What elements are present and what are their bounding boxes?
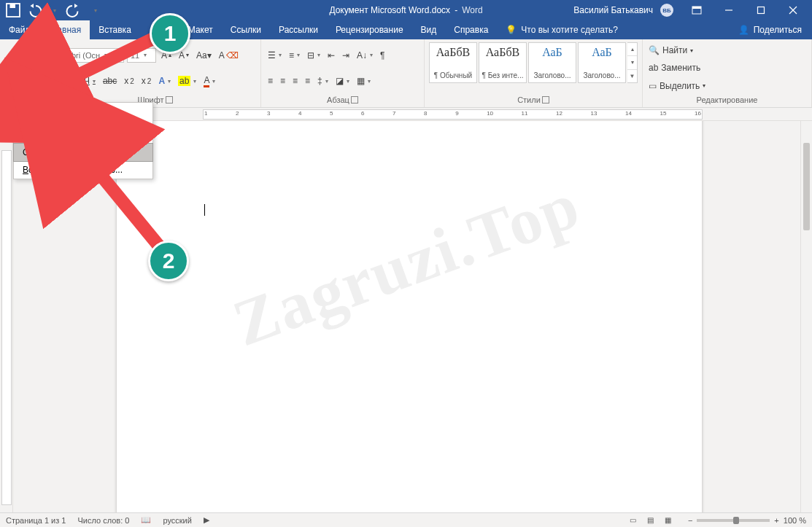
tab-mailings[interactable]: Рассылки xyxy=(270,20,327,39)
tab-references[interactable]: Ссылки xyxy=(222,20,270,39)
app-name: Word xyxy=(462,5,482,15)
style-normal[interactable]: АаБбВ¶ Обычный xyxy=(429,42,477,83)
svg-point-11 xyxy=(38,53,41,56)
search-icon: 🔍 xyxy=(649,45,660,55)
group-styles: АаБбВ¶ Обычный АаБбВ¶ Без инте... АаБЗаг… xyxy=(425,39,643,107)
select-button[interactable]: ▭Выделить▾ xyxy=(647,80,807,92)
zoom-in-button[interactable]: + xyxy=(774,516,778,525)
paste-label: Вставить xyxy=(3,69,37,77)
style-heading2[interactable]: АаБЗаголово... xyxy=(578,42,626,83)
align-center-icon[interactable]: ≡ xyxy=(278,74,287,87)
styles-gallery[interactable]: АаБбВ¶ Обычный АаБбВ¶ Без инте... АаБЗаг… xyxy=(429,42,638,83)
align-left-icon[interactable]: ≡ xyxy=(266,74,275,87)
sort-icon[interactable]: A↓ xyxy=(355,49,375,62)
minimize-button[interactable] xyxy=(713,0,745,20)
select-icon: ▭ xyxy=(649,81,657,91)
zoom-out-button[interactable]: − xyxy=(688,516,692,525)
clear-formatting-icon[interactable]: A⌫ xyxy=(217,49,241,62)
svg-rect-10 xyxy=(16,54,25,64)
view-web-icon[interactable]: ▦ xyxy=(660,515,676,526)
maximize-button[interactable] xyxy=(745,0,777,20)
font-color-icon[interactable]: A xyxy=(201,74,217,89)
annotation-arrow-1 xyxy=(44,28,168,104)
tell-me-search[interactable]: 💡 Что вы хотите сделать? xyxy=(497,20,627,39)
group-editing: 🔍Найти▾ abЗаменить ▭Выделить▾ Редактиров… xyxy=(643,39,812,107)
svg-text:A: A xyxy=(74,128,78,135)
shading-icon[interactable]: ◪ xyxy=(333,74,352,87)
svg-rect-15 xyxy=(39,80,44,83)
style-heading1[interactable]: АаБЗаголово... xyxy=(528,42,576,83)
scrollbar-thumb[interactable] xyxy=(803,143,810,230)
zoom-level[interactable]: 100 % xyxy=(784,516,806,525)
replace-icon: ab xyxy=(649,63,658,73)
title-bar: Документ Microsoft Word.docx - Word Васи… xyxy=(0,0,812,20)
annotation-badge-2: 2 xyxy=(148,241,189,281)
status-spellcheck-icon[interactable]: 📖 xyxy=(141,515,151,525)
svg-rect-16 xyxy=(40,83,42,87)
redo-icon[interactable] xyxy=(66,1,83,19)
tell-me-label: Что вы хотите сделать? xyxy=(521,25,618,35)
status-language[interactable]: русский xyxy=(163,516,191,525)
group-editing-label: Редактирование xyxy=(697,95,758,104)
show-marks-icon[interactable]: ¶ xyxy=(378,49,387,62)
increase-indent-icon[interactable]: ⇥ xyxy=(340,49,352,62)
paste-text-only-icon[interactable]: A xyxy=(66,120,85,139)
tab-help[interactable]: Справка xyxy=(445,20,497,39)
user-avatar[interactable]: ВБ xyxy=(660,4,673,17)
share-button[interactable]: 👤 Поделиться xyxy=(728,20,812,39)
save-icon[interactable] xyxy=(4,1,22,19)
zoom-control: − + 100 % xyxy=(688,516,806,525)
status-macro-icon[interactable]: ▶ xyxy=(204,515,209,525)
styles-gallery-expand[interactable]: ▴▾▼ xyxy=(627,42,638,83)
svg-rect-9 xyxy=(16,47,23,51)
view-print-icon[interactable]: ▤ xyxy=(643,515,659,526)
svg-rect-1 xyxy=(10,4,16,8)
qat-customize-dropdown[interactable] xyxy=(86,1,104,19)
undo-icon[interactable] xyxy=(25,1,42,19)
svg-rect-18 xyxy=(27,124,31,126)
replace-button[interactable]: abЗаменить xyxy=(647,62,807,74)
justify-icon[interactable]: ≡ xyxy=(303,74,312,87)
tab-view[interactable]: Вид xyxy=(412,20,446,39)
status-word-count[interactable]: Число слов: 0 xyxy=(77,516,129,525)
view-read-icon[interactable]: ▭ xyxy=(625,515,641,526)
ribbon-display-options-icon[interactable] xyxy=(681,0,713,20)
annotation-badge-1: 1 xyxy=(150,13,190,54)
group-styles-label: Стили xyxy=(517,95,541,104)
highlight-icon[interactable]: ab xyxy=(176,74,198,87)
paste-button[interactable]: Вставить ▼ xyxy=(4,42,35,90)
vertical-scrollbar[interactable] xyxy=(800,121,812,512)
paste-options-title: Параметры вставки: xyxy=(14,103,152,117)
decrease-indent-icon[interactable]: ⇤ xyxy=(325,49,337,62)
paste-merge-icon[interactable] xyxy=(43,120,62,139)
group-clipboard: Вставить ▼ Бу xyxy=(0,39,50,107)
find-button[interactable]: 🔍Найти▾ xyxy=(647,44,807,56)
svg-rect-5 xyxy=(758,7,765,14)
paragraph-dialog-launcher[interactable] xyxy=(351,96,358,104)
group-paragraph: ☰ ≡ ⊟ ⇤ ⇥ A↓ ¶ ≡ ≡ ≡ ≡ ‡ ◪ ▦ Абзац xyxy=(261,39,425,107)
undo-dropdown[interactable] xyxy=(45,1,63,19)
align-right-icon[interactable]: ≡ xyxy=(290,74,300,87)
style-no-spacing[interactable]: АаБбВ¶ Без инте... xyxy=(479,42,527,83)
multilevel-list-icon[interactable]: ⊟ xyxy=(305,49,322,62)
styles-dialog-launcher[interactable] xyxy=(542,96,549,104)
change-case-icon[interactable]: Aa▾ xyxy=(194,49,214,62)
borders-icon[interactable]: ▦ xyxy=(355,74,373,87)
bullets-icon[interactable]: ☰ xyxy=(266,49,284,62)
svg-rect-17 xyxy=(25,125,34,136)
svg-rect-20 xyxy=(50,124,55,126)
close-button[interactable] xyxy=(777,0,809,20)
document-title: Документ Microsoft Word.docx - Word xyxy=(329,5,482,15)
vertical-ruler[interactable] xyxy=(0,121,13,512)
user-name[interactable]: Василий Батькавич xyxy=(573,5,653,15)
tab-review[interactable]: Рецензирование xyxy=(327,20,412,39)
doc-name: Документ Microsoft Word.docx xyxy=(329,5,450,15)
tab-file[interactable]: Файл xyxy=(0,20,39,39)
page[interactable] xyxy=(117,121,702,512)
zoom-slider[interactable] xyxy=(697,519,770,522)
line-spacing-icon[interactable]: ‡ xyxy=(315,74,330,87)
numbering-icon[interactable]: ≡ xyxy=(287,49,302,62)
status-bar: Страница 1 из 1 Число слов: 0 📖 русский … xyxy=(0,512,812,527)
status-page[interactable]: Страница 1 из 1 xyxy=(6,516,66,525)
paste-keep-source-icon[interactable] xyxy=(20,120,39,139)
